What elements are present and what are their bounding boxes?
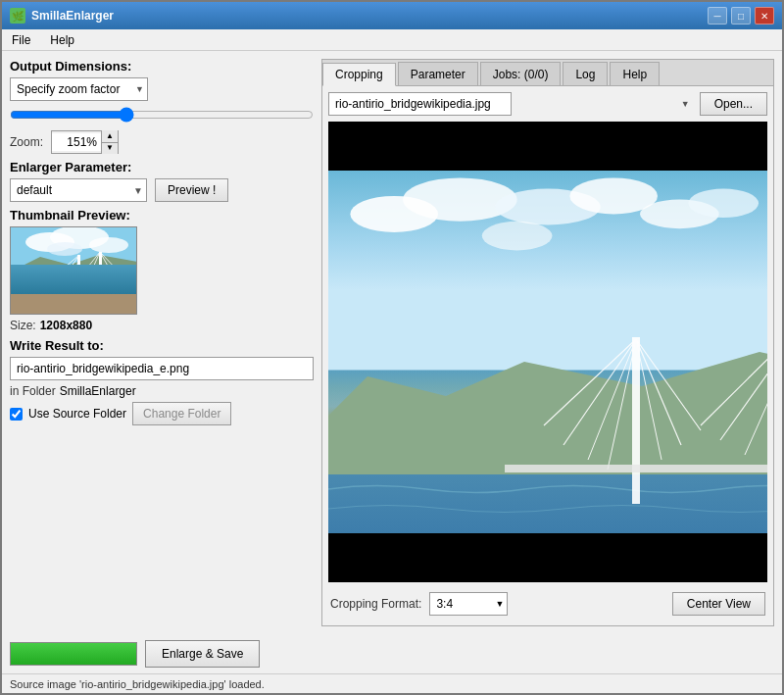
size-value: 1208x880 <box>40 319 92 332</box>
svg-point-4 <box>47 242 82 256</box>
right-content: rio-antirio_bridgewikipedia.jpg ▼ Open..… <box>322 86 773 625</box>
use-source-folder-label: Use Source Folder <box>28 407 126 421</box>
main-window: 🌿 SmillaEnlarger ─ □ ✕ File Help Output … <box>0 0 784 695</box>
bridge-image <box>328 171 767 533</box>
zoom-value-row: Zoom: ▲ ▼ <box>10 130 314 154</box>
file-dropdown[interactable]: rio-antirio_bridgewikipedia.jpg <box>328 92 512 116</box>
zoom-mode-wrapper: Specify zoom factor Specify output size … <box>10 77 148 101</box>
filename-input[interactable] <box>10 357 314 380</box>
maximize-button[interactable]: □ <box>731 7 751 25</box>
zoom-value-input[interactable] <box>52 133 101 151</box>
write-title: Write Result to: <box>10 338 314 353</box>
progress-bar-fill <box>11 643 136 665</box>
svg-rect-6 <box>11 281 137 303</box>
zoom-increment-button[interactable]: ▲ <box>102 130 118 143</box>
crop-format-dropdown[interactable]: 3:4 4:3 1:1 16:9 Free <box>429 592 508 616</box>
left-panel: Output Dimensions: Specify zoom factor S… <box>10 59 314 626</box>
checkbox-row: Use Source Folder Change Folder <box>10 402 314 425</box>
zoom-decrement-button[interactable]: ▼ <box>102 143 118 155</box>
enlarger-section: Enlarger Parameter: default sharp smooth… <box>10 160 314 202</box>
crop-format-label: Cropping Format: <box>330 597 421 611</box>
zoom-label: Zoom: <box>10 135 43 149</box>
bottom-bar: Enlarge & Save <box>2 634 782 673</box>
svg-point-25 <box>482 222 553 251</box>
svg-rect-28 <box>328 474 767 533</box>
tab-help[interactable]: Help <box>610 62 660 85</box>
thumbnail-section: Thumbnail Preview: <box>10 208 314 332</box>
thumbnail-title: Thumbnail Preview: <box>10 208 314 223</box>
file-arrow-icon: ▼ <box>681 99 690 109</box>
folder-row: in Folder SmillaEnlarger <box>10 384 314 398</box>
output-dims-section: Output Dimensions: Specify zoom factor S… <box>10 59 314 154</box>
window-title: SmillaEnlarger <box>31 9 114 23</box>
svg-rect-30 <box>632 337 640 504</box>
titlebar-left: 🌿 SmillaEnlarger <box>10 8 114 24</box>
enlarger-row: default sharp smooth ▼ Preview ! <box>10 178 314 202</box>
zoom-slider[interactable] <box>10 105 314 124</box>
app-icon: 🌿 <box>10 8 25 24</box>
titlebar: 🌿 SmillaEnlarger ─ □ ✕ <box>2 2 782 29</box>
menu-help[interactable]: Help <box>44 31 80 49</box>
zoom-value-wrapper: ▲ ▼ <box>51 130 119 154</box>
right-panel: Cropping Parameter Jobs: (0/0) Log Help <box>321 59 774 626</box>
bottom-controls: Cropping Format: 3:4 4:3 1:1 16:9 Free ▼… <box>328 588 767 620</box>
tab-cropping[interactable]: Cropping <box>322 63 396 86</box>
menu-file[interactable]: File <box>6 31 36 49</box>
write-section: Write Result to: in Folder SmillaEnlarge… <box>10 338 314 425</box>
svg-rect-8 <box>77 255 80 284</box>
tab-parameter[interactable]: Parameter <box>398 62 478 85</box>
status-text: Source image 'rio-antirio_bridgewikipedi… <box>10 678 265 690</box>
enlarge-save-button[interactable]: Enlarge & Save <box>145 640 260 668</box>
slider-container <box>10 105 314 126</box>
folder-value: SmillaEnlarger <box>60 384 136 398</box>
use-source-folder-checkbox[interactable] <box>10 408 23 421</box>
size-row: Size: 1208x880 <box>10 319 314 332</box>
tab-jobs[interactable]: Jobs: (0/0) <box>480 62 562 85</box>
titlebar-controls: ─ □ ✕ <box>708 7 774 25</box>
progress-bar-container <box>10 642 137 666</box>
svg-rect-9 <box>99 252 102 284</box>
zoom-spin-buttons: ▲ ▼ <box>101 130 118 154</box>
preview-button[interactable]: Preview ! <box>155 178 228 202</box>
size-label: Size: <box>10 319 36 332</box>
tab-log[interactable]: Log <box>563 62 608 85</box>
output-dims-title: Output Dimensions: <box>10 59 314 74</box>
status-bar: Source image 'rio-antirio_bridgewikipedi… <box>2 673 782 693</box>
center-view-button[interactable]: Center View <box>672 592 765 616</box>
svg-rect-7 <box>11 281 137 285</box>
enlarger-title: Enlarger Parameter: <box>10 160 314 174</box>
tabs-row: Cropping Parameter Jobs: (0/0) Log Help <box>322 60 773 86</box>
menubar: File Help <box>2 29 782 51</box>
file-row: rio-antirio_bridgewikipedia.jpg ▼ Open..… <box>328 92 767 116</box>
svg-rect-17 <box>11 303 137 315</box>
enlarger-dropdown[interactable]: default sharp smooth <box>10 178 147 202</box>
folder-label: in Folder <box>10 384 56 398</box>
minimize-button[interactable]: ─ <box>708 7 727 25</box>
svg-point-3 <box>89 237 128 253</box>
open-button[interactable]: Open... <box>700 92 767 116</box>
svg-point-24 <box>688 189 759 219</box>
close-button[interactable]: ✕ <box>755 7 774 25</box>
main-content: Output Dimensions: Specify zoom factor S… <box>2 51 782 634</box>
change-folder-button[interactable]: Change Folder <box>132 402 231 425</box>
zoom-mode-dropdown[interactable]: Specify zoom factor Specify output size … <box>10 77 148 101</box>
zoom-row <box>10 105 314 126</box>
thumbnail-image <box>10 226 137 315</box>
svg-rect-47 <box>505 465 767 472</box>
image-preview-area[interactable] <box>328 122 767 582</box>
